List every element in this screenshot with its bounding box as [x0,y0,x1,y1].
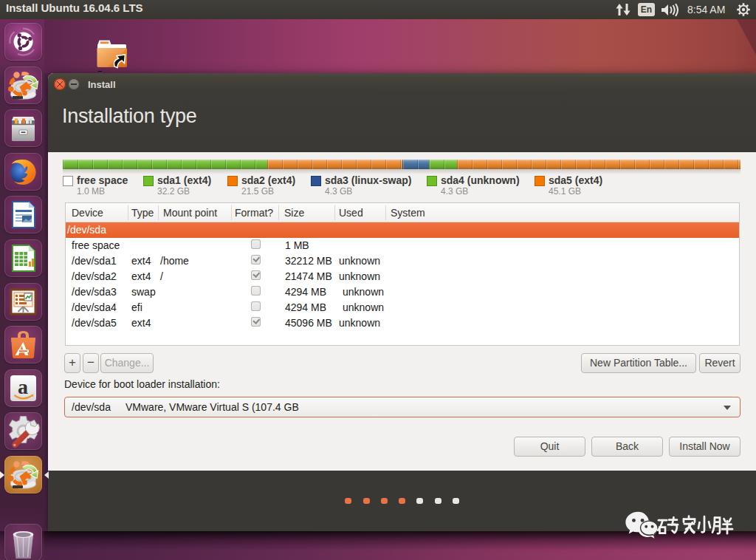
svg-text:a: a [18,375,28,398]
